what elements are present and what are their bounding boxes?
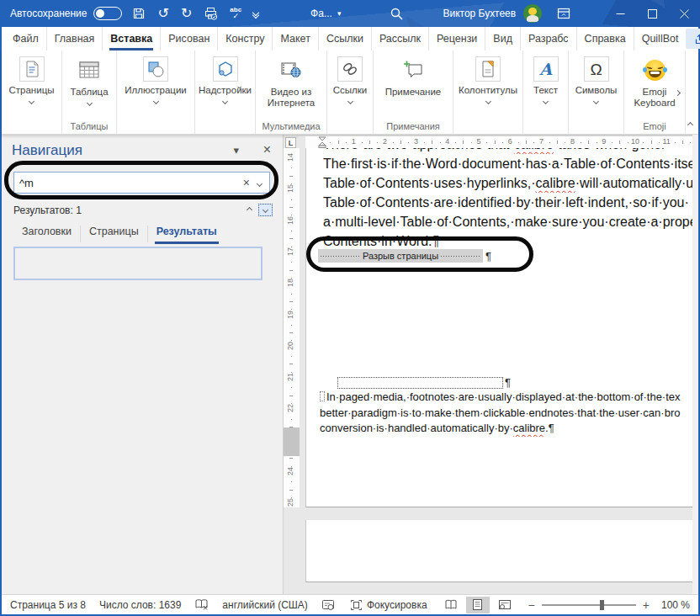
save-icon[interactable] bbox=[132, 7, 146, 20]
header-footer-button[interactable]: Колонтитулы bbox=[453, 50, 523, 134]
zoom-slider[interactable] bbox=[542, 604, 636, 606]
group-label-tables: Таблицы bbox=[62, 121, 116, 131]
document-title[interactable]: Фа... ▾ bbox=[310, 8, 341, 19]
ruler-number: 16 bbox=[286, 216, 294, 225]
ruler-gray-segment bbox=[284, 427, 300, 456]
ribbon-display-options-icon[interactable] bbox=[557, 8, 570, 19]
group-label-emoji: Emoji bbox=[624, 121, 685, 131]
online-video-button[interactable]: Видео из Интернета Мультимедиа bbox=[256, 50, 327, 134]
ribbon-tab-8[interactable]: Рассылк bbox=[371, 27, 428, 50]
zoom-percentage[interactable]: 100 % bbox=[661, 599, 690, 611]
document-page-1[interactable]: There·are·two·approaches·that·calibre·ta… bbox=[305, 136, 698, 507]
ruler-number: 22 bbox=[286, 404, 294, 412]
addins-button[interactable]: Надстройки bbox=[195, 50, 256, 134]
next-result-button[interactable] bbox=[258, 204, 273, 216]
ribbon-tab-7[interactable]: Ссылки bbox=[318, 27, 371, 50]
read-mode-button[interactable] bbox=[439, 597, 463, 613]
indent-markers-icon[interactable] bbox=[318, 136, 326, 148]
page-number-status[interactable]: Страница 5 из 8 bbox=[10, 599, 86, 611]
ribbon-tab-10[interactable]: Вид bbox=[485, 27, 520, 50]
search-options-icon[interactable] bbox=[257, 181, 262, 187]
ribbon-tab-13[interactable]: QuillBot bbox=[634, 27, 687, 50]
search-box[interactable]: × bbox=[13, 172, 270, 194]
maximize-button[interactable] bbox=[636, 0, 668, 27]
minimize-button[interactable] bbox=[604, 0, 636, 27]
pages-button[interactable]: Страницы bbox=[2, 50, 62, 134]
share-icon bbox=[694, 34, 700, 45]
nav-tab[interactable]: Заголовки bbox=[13, 226, 80, 242]
document-text-line: Contents·in·Word.¶ bbox=[323, 231, 698, 251]
window-controls bbox=[604, 0, 700, 27]
print-preview-icon[interactable] bbox=[204, 7, 218, 20]
collapse-ribbon-icon[interactable] bbox=[687, 122, 693, 128]
vertical-ruler[interactable]: 1415161718192021222425 bbox=[284, 148, 300, 507]
result-item-box[interactable] bbox=[13, 247, 262, 280]
ruler-number: 1 bbox=[352, 137, 356, 146]
ribbon-tab-5[interactable]: Констру bbox=[217, 27, 272, 50]
autosave-label: Автосохранение bbox=[10, 8, 87, 19]
undo-icon[interactable]: ↺ bbox=[157, 7, 168, 20]
ribbon: Страницы Таблица Таблицы Иллюстрации Над… bbox=[2, 50, 698, 135]
symbols-button[interactable]: Ω Символы bbox=[569, 50, 624, 134]
document-page-2[interactable] bbox=[305, 520, 698, 582]
zoom-slider-thumb[interactable] bbox=[600, 600, 604, 610]
share-button[interactable]: Поделиться bbox=[686, 29, 700, 49]
ruler-number: 18 bbox=[286, 279, 294, 287]
ruler-number: 19 bbox=[286, 311, 294, 319]
ruler-number: 2 bbox=[383, 137, 387, 146]
ruler-number: 10 bbox=[631, 137, 639, 146]
proofing-errors-icon[interactable] bbox=[194, 598, 209, 611]
horizontal-ruler[interactable]: 123456789101112 bbox=[299, 136, 698, 148]
navigation-title: Навигация bbox=[12, 142, 82, 159]
text-predictions-icon[interactable] bbox=[321, 599, 335, 611]
ruler-number: 14 bbox=[286, 153, 294, 162]
ribbon-tab-9[interactable]: Рецензи bbox=[428, 27, 485, 50]
zoom-in-button[interactable]: + bbox=[643, 599, 650, 611]
clear-search-icon[interactable]: × bbox=[237, 176, 256, 189]
links-button[interactable]: Ссылки bbox=[327, 50, 374, 134]
symbols-icon: Ω bbox=[590, 61, 602, 77]
emoji-keyboard-button[interactable]: Emoji Keyboard Emoji bbox=[624, 50, 686, 134]
empty-text-frame[interactable] bbox=[337, 377, 503, 389]
avatar[interactable] bbox=[523, 4, 542, 23]
ribbon-tab-11[interactable]: Разрабс bbox=[520, 27, 576, 50]
web-layout-button[interactable] bbox=[493, 597, 517, 613]
results-row: Результатов: 1 bbox=[13, 204, 273, 216]
word-count-status[interactable]: Число слов: 1639 bbox=[99, 599, 181, 611]
focus-mode-button[interactable]: Фокусировка bbox=[350, 599, 427, 611]
nav-tab[interactable]: Страницы bbox=[80, 226, 147, 242]
language-status[interactable]: английский (США) bbox=[222, 599, 307, 611]
redo-icon[interactable]: ↻ bbox=[181, 7, 192, 20]
ruler-number: 17 bbox=[286, 247, 294, 256]
pane-close-icon[interactable]: × bbox=[263, 143, 271, 157]
previous-result-button[interactable] bbox=[242, 204, 257, 216]
zoom-out-button[interactable]: − bbox=[528, 599, 535, 611]
text-button[interactable]: A Текст bbox=[523, 50, 569, 134]
user-name[interactable]: Виктор Бухтеев bbox=[443, 8, 516, 19]
ribbon-tab-4[interactable]: Рисован bbox=[160, 27, 217, 50]
spellcheck-icon[interactable]: abc✓ bbox=[230, 7, 241, 20]
page-break-marker[interactable]: Разрыв страницы bbox=[318, 249, 483, 263]
search-input[interactable] bbox=[14, 177, 237, 189]
chevron-down-icon bbox=[152, 98, 158, 104]
ribbon-tab-2[interactable]: Главная bbox=[46, 27, 103, 50]
ribbon-tab-1[interactable]: Файл bbox=[5, 27, 46, 50]
qat-overflow-icon[interactable] bbox=[253, 10, 258, 18]
ribbon-tab-3[interactable]: Вставка bbox=[102, 27, 160, 50]
ribbon-tab-12[interactable]: Справка bbox=[576, 27, 634, 50]
page-break-row[interactable]: Разрыв страницы ¶ bbox=[318, 249, 491, 263]
search-icon[interactable] bbox=[390, 7, 404, 21]
close-button[interactable] bbox=[668, 0, 700, 27]
pane-options-icon[interactable]: ▾ bbox=[233, 145, 239, 156]
print-layout-button[interactable] bbox=[466, 597, 490, 613]
new-comment-button[interactable]: Примечание Примечания bbox=[374, 50, 453, 134]
group-label-multimedia: Мультимедиа bbox=[256, 121, 326, 131]
autosave-toggle[interactable] bbox=[93, 7, 122, 20]
tab-stop-selector[interactable]: L bbox=[285, 137, 296, 148]
table-button[interactable]: Таблица Таблицы bbox=[62, 50, 117, 134]
illustrations-button[interactable]: Иллюстрации bbox=[117, 50, 195, 134]
vertical-scrollbar[interactable] bbox=[692, 135, 698, 594]
ribbon-tab-6[interactable]: Макет bbox=[272, 27, 317, 50]
new-comment-icon bbox=[402, 60, 424, 80]
nav-tab[interactable]: Результаты bbox=[147, 226, 225, 242]
